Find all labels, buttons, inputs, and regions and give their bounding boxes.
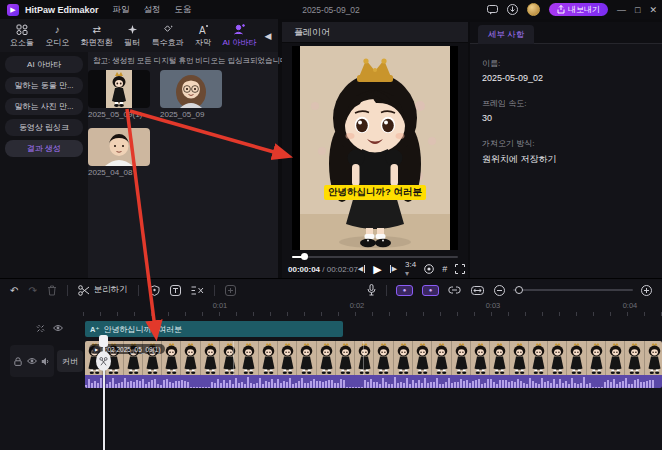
video-clip-filmstrip xyxy=(85,341,662,375)
grid-icon[interactable]: # xyxy=(442,264,447,274)
menu-help[interactable]: 도움 xyxy=(175,4,192,16)
svg-text:A: A xyxy=(199,24,206,35)
minimize-button[interactable]: — xyxy=(617,5,626,15)
collapse-panel-icon[interactable]: ◀ xyxy=(262,31,274,41)
player-header: 플레이어 xyxy=(282,22,468,43)
sidebar-item-talking-animal[interactable]: 말하는 동물 만... xyxy=(5,77,83,94)
user-avatar[interactable] xyxy=(527,3,540,16)
menu-file[interactable]: 파일 xyxy=(113,4,130,16)
tab-effects[interactable]: 특수효과 xyxy=(146,23,189,48)
magnet-toggle-icon[interactable]: ● xyxy=(422,285,439,296)
filmstrip-frame xyxy=(567,341,586,375)
mute-speaker-icon[interactable] xyxy=(41,357,50,366)
prev-frame-icon[interactable]: ◀ xyxy=(358,265,365,273)
zoom-slider-handle[interactable] xyxy=(515,286,523,294)
ai-text-icon: A⁺ xyxy=(90,325,99,334)
filmstrip-frame xyxy=(471,341,490,375)
text-tool-icon[interactable] xyxy=(170,285,181,296)
link-icon[interactable] xyxy=(448,286,461,294)
zoom-slider[interactable] xyxy=(513,289,633,291)
scissors-icon[interactable] xyxy=(78,285,90,296)
aspect-ratio-select[interactable]: 3:4 ▾ xyxy=(405,260,416,278)
next-frame-icon[interactable]: ▶ xyxy=(390,265,397,273)
fullscreen-icon[interactable] xyxy=(455,264,465,274)
tab-elements[interactable]: 요소들 xyxy=(4,23,39,48)
fit-timeline-icon[interactable] xyxy=(471,286,484,295)
filmstrip-frame xyxy=(452,341,471,375)
ruler-label: 0:01 xyxy=(213,301,228,310)
details-tabstrip: 세부 사항 xyxy=(470,22,662,44)
filmstrip-frame xyxy=(548,341,567,375)
lock-icon[interactable] xyxy=(14,357,22,366)
tab-transition[interactable]: ⇄ 화면전환 xyxy=(75,23,118,48)
menu-settings[interactable]: 설정 xyxy=(144,4,161,16)
text-track-head xyxy=(36,324,63,333)
delete-gap-icon[interactable] xyxy=(191,286,204,295)
ruler-label: 0:03 xyxy=(486,301,501,310)
delete-icon[interactable] xyxy=(47,285,57,296)
timeline-ruler[interactable]: 0:01 0:02 0:03 0:04 xyxy=(0,301,662,318)
timeline-section: ↶ ↷ 분리하기 ● ● xyxy=(0,278,662,450)
split-button[interactable]: 분리하기 xyxy=(94,284,128,296)
sparkle-icon xyxy=(127,23,138,35)
cover-button[interactable]: 커버 xyxy=(57,350,83,372)
redo-icon[interactable]: ↷ xyxy=(28,285,36,296)
badge-icon[interactable] xyxy=(149,285,160,296)
filmstrip-frame xyxy=(239,341,258,375)
video-preview[interactable]: 안녕하십니까? 여러분 xyxy=(292,46,458,250)
filmstrip-frame xyxy=(606,341,625,375)
export-button[interactable]: 내보내기 xyxy=(549,3,608,16)
filmstrip-frame xyxy=(645,341,662,375)
filmstrip-frame xyxy=(317,341,336,375)
elements-icon xyxy=(16,23,28,35)
field-name: 이름: 2025-05-09_02 xyxy=(482,58,543,83)
playhead-handle[interactable] xyxy=(99,335,108,347)
sidebar-item-results[interactable]: 결과 생성 xyxy=(5,140,83,157)
undo-icon[interactable]: ↶ xyxy=(10,285,18,296)
filmstrip-frame xyxy=(394,341,413,375)
filmstrip-frame xyxy=(220,341,239,375)
sidebar-item-lipsync[interactable]: 동영상 립싱크 xyxy=(5,119,83,136)
title-bar: ▶ HitPaw Edimakor 파일 설정 도움 2025-05-09_02… xyxy=(0,0,662,19)
tab-audio[interactable]: ♪ 오디오 xyxy=(39,23,74,48)
play-icon[interactable]: ▶ xyxy=(373,263,381,276)
lipsync-notice: 참고: 생성된 모든 디지털 휴먼 비디오는 립싱크되었습니다. xyxy=(93,56,290,66)
eye-icon[interactable] xyxy=(53,324,63,333)
add-icon[interactable] xyxy=(225,285,236,296)
scrubber-handle[interactable] xyxy=(301,253,308,260)
result-thumbnail-2[interactable] xyxy=(160,70,222,108)
tab-subtitles[interactable]: A 자막 xyxy=(189,23,216,48)
result-thumbnail-1[interactable] xyxy=(88,70,150,108)
result-name-3: 2025_04_08 xyxy=(88,168,133,177)
tab-filter[interactable]: 필터 xyxy=(118,23,145,48)
tab-details[interactable]: 세부 사항 xyxy=(478,25,534,44)
audio-waveform xyxy=(85,375,662,388)
result-thumbnail-3[interactable] xyxy=(88,128,150,166)
filmstrip-frame xyxy=(587,341,606,375)
zoom-in-icon[interactable] xyxy=(641,285,652,296)
app-name: HitPaw Edimakor xyxy=(25,5,99,15)
snapshot-icon[interactable] xyxy=(424,264,434,274)
eye-icon[interactable] xyxy=(27,357,37,365)
close-button[interactable]: ✕ xyxy=(649,5,657,15)
subtitle-clip[interactable]: A⁺ 안녕하십니까? 여러분 xyxy=(85,321,343,337)
microphone-icon[interactable] xyxy=(367,284,376,296)
keyframe-toggle-icon[interactable]: ● xyxy=(396,285,413,296)
download-icon[interactable] xyxy=(507,4,518,15)
filmstrip-frame xyxy=(259,341,278,375)
zoom-out-icon[interactable] xyxy=(494,285,505,296)
export-label: 내보내기 xyxy=(568,4,600,15)
video-clip[interactable]: ▶ 0:02 2025_05_09(1) xyxy=(85,341,662,388)
feedback-icon[interactable] xyxy=(487,5,498,15)
tab-ai-avatar[interactable]: AI 아바타 xyxy=(217,23,262,48)
filmstrip-frame xyxy=(278,341,297,375)
sidebar-item-ai-avatar[interactable]: AI 아바타 xyxy=(5,56,83,73)
app-logo-icon: ▶ xyxy=(7,4,19,16)
music-note-icon: ♪ xyxy=(55,23,60,35)
ai-avatar-sidebar: AI 아바타 말하는 동물 만... 말하는 사진 만... 동영상 립싱크 결… xyxy=(0,52,88,278)
playhead-scissors-icon[interactable] xyxy=(96,351,111,371)
filmstrip-frame xyxy=(510,341,529,375)
maximize-button[interactable]: □ xyxy=(635,5,640,15)
link-small-icon[interactable] xyxy=(36,324,45,333)
sidebar-item-talking-photo[interactable]: 말하는 사진 만... xyxy=(5,98,83,115)
